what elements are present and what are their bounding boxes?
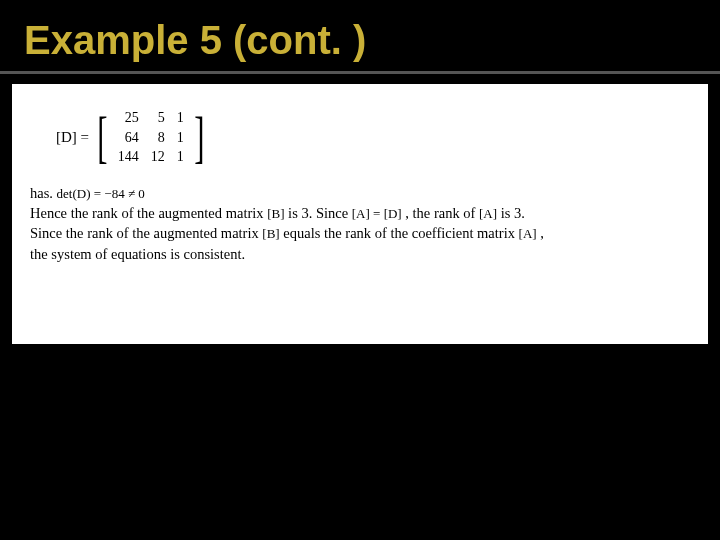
content-area: [D] = [ 25 5 1 64 8 1 144 12 1 ] has. de…: [12, 84, 708, 344]
body-text: has. det(D) = −84 ≠ 0 Hence the rank of …: [30, 183, 690, 264]
left-bracket-icon: [: [97, 112, 107, 162]
line2d: is 3.: [501, 205, 525, 221]
matrix-body: 25 5 1 64 8 1 144 12 1: [112, 108, 190, 167]
det-expression: det(D) = −84 ≠ 0: [57, 186, 145, 201]
line2c: , the rank of: [405, 205, 479, 221]
table-row: 144 12 1: [112, 147, 190, 167]
line3b: equals the rank of the coefficient matri…: [283, 225, 518, 241]
matrix-lhs: [D] =: [56, 127, 89, 148]
A-equals-D-token: [A] = [D]: [352, 206, 402, 221]
matrix-A-token: [A]: [479, 206, 497, 221]
table-row: 25 5 1: [112, 108, 190, 128]
table-row: 64 8 1: [112, 128, 190, 148]
line2b: is 3. Since: [288, 205, 352, 221]
line3a: Since the rank of the augmented matrix: [30, 225, 262, 241]
right-bracket-icon: ]: [194, 112, 204, 162]
text-has: has.: [30, 185, 53, 201]
matrix-A-token: [A]: [519, 226, 537, 241]
line4: the system of equations is consistent.: [30, 246, 245, 262]
matrix-B-token: [B]: [262, 226, 279, 241]
matrix-equation: [D] = [ 25 5 1 64 8 1 144 12 1 ]: [56, 108, 690, 167]
slide-title: Example 5 (cont. ): [0, 0, 720, 74]
line2a: Hence the rank of the augmented matrix: [30, 205, 267, 221]
line3c: ,: [540, 225, 544, 241]
matrix-B-token: [B]: [267, 206, 284, 221]
